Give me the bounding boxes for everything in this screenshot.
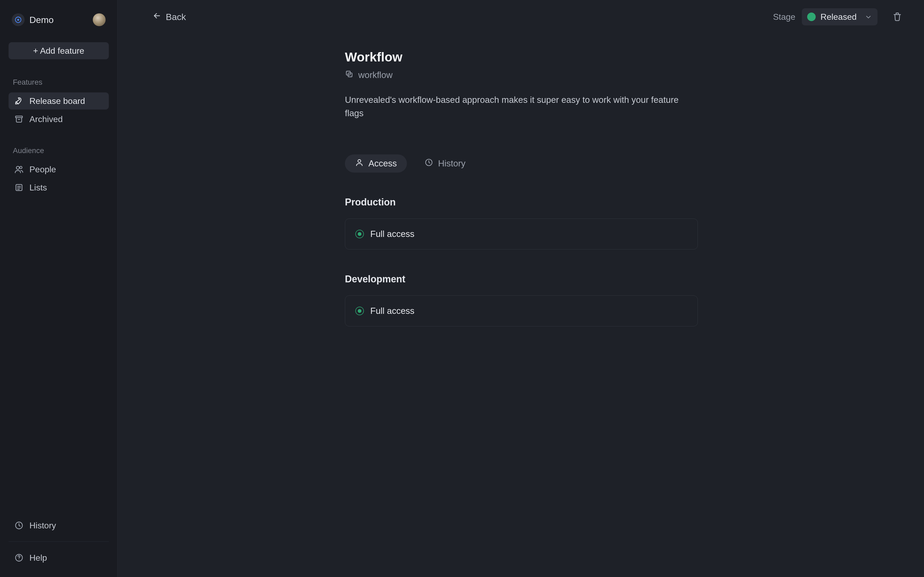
tab-history[interactable]: History (414, 155, 476, 172)
back-label: Back (166, 12, 186, 22)
copy-icon (345, 70, 354, 81)
page-title: Workflow (345, 50, 698, 64)
arrow-left-icon (152, 11, 162, 23)
workspace-name: Demo (29, 15, 54, 25)
stage-select[interactable]: Released (802, 8, 877, 25)
avatar[interactable] (93, 13, 106, 26)
page-description: Unrevealed's workflow-based approach mak… (345, 93, 698, 120)
lists-icon (15, 183, 24, 192)
slug-text: workflow (358, 70, 393, 80)
workspace-logo-icon (12, 13, 24, 26)
environment-section: Development Full access (345, 274, 698, 326)
sidebar-item-lists[interactable]: Lists (8, 179, 109, 196)
section-label-audience: Audience (8, 147, 109, 155)
environment-section: Production Full access (345, 197, 698, 250)
stage-value: Released (821, 12, 857, 22)
svg-point-3 (16, 166, 19, 169)
svg-point-8 (19, 559, 19, 560)
add-feature-button[interactable]: + Add feature (8, 42, 109, 59)
tabs: Access History (345, 155, 698, 172)
workspace-switcher[interactable]: Demo (12, 13, 54, 26)
stage-label: Stage (773, 12, 795, 22)
archive-icon (15, 114, 24, 124)
help-icon (15, 553, 24, 562)
sidebar-item-archived[interactable]: Archived (8, 111, 109, 128)
sidebar-footer: History Help (8, 517, 109, 566)
access-status-icon (355, 230, 364, 238)
sidebar-item-label: People (29, 164, 56, 174)
access-status-icon (355, 307, 364, 315)
svg-point-4 (20, 166, 22, 169)
svg-point-11 (358, 160, 361, 163)
user-icon (355, 158, 363, 169)
stage-status-dot (807, 13, 816, 21)
main: Back Stage Released Workflow (118, 0, 924, 577)
content: Workflow workflow Unrevealed's workflow-… (118, 34, 924, 577)
tab-label: History (438, 158, 465, 169)
sidebar-item-release-board[interactable]: Release board (8, 92, 109, 110)
section-label-features: Features (8, 78, 109, 87)
sidebar-item-history[interactable]: History (8, 517, 109, 534)
nav-group-audience: Audience People Lists (8, 147, 109, 196)
delete-button[interactable] (890, 9, 905, 24)
access-card[interactable]: Full access (345, 219, 698, 250)
history-icon (15, 521, 24, 530)
back-button[interactable]: Back (152, 11, 186, 23)
add-feature-label: + Add feature (33, 46, 84, 56)
rocket-icon (15, 97, 24, 105)
environment-title: Development (345, 274, 698, 285)
chevron-down-icon (865, 13, 872, 21)
sidebar-item-help[interactable]: Help (8, 549, 109, 566)
slug-copy[interactable]: workflow (345, 70, 698, 81)
svg-point-1 (18, 19, 19, 21)
sidebar-item-label: History (29, 521, 56, 530)
environment-title: Production (345, 197, 698, 208)
sidebar-item-people[interactable]: People (8, 161, 109, 178)
topbar: Back Stage Released (118, 0, 924, 34)
access-card[interactable]: Full access (345, 295, 698, 326)
access-label: Full access (370, 306, 414, 316)
trash-icon (892, 12, 902, 22)
divider (8, 542, 109, 542)
sidebar-header: Demo (8, 13, 109, 26)
sidebar-item-label: Lists (29, 183, 47, 193)
history-icon (425, 158, 433, 169)
people-icon (15, 165, 24, 174)
nav-group-features: Features Release board Archived (8, 78, 109, 128)
access-label: Full access (370, 229, 414, 239)
sidebar: Demo + Add feature Features Release boar… (0, 0, 118, 577)
tab-label: Access (368, 158, 397, 169)
tab-access[interactable]: Access (345, 155, 407, 172)
sidebar-item-label: Release board (29, 96, 85, 106)
sidebar-item-label: Help (29, 553, 47, 563)
sidebar-item-label: Archived (29, 114, 63, 124)
